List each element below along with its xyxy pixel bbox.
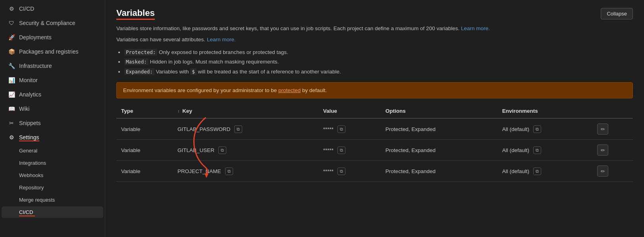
row-environments: All (default) ⧉: [497, 140, 592, 161]
row-environments: All (default) ⧉: [497, 118, 592, 140]
sidebar-item-label: Infrastructure: [19, 63, 52, 69]
sidebar-item-label: Security & Compliance: [19, 20, 75, 26]
security-icon: 🛡: [8, 19, 15, 27]
settings-icon: ⚙: [8, 134, 15, 141]
edit-row-button[interactable]: ✏: [597, 166, 608, 177]
sidebar-sub-general[interactable]: General: [2, 145, 103, 156]
packages-icon: 📦: [8, 48, 15, 55]
table-header-row: Type ↑ Key Value Options Environments: [116, 104, 633, 118]
infrastructure-icon: 🔧: [8, 62, 15, 69]
learn-more-link-2[interactable]: Learn more.: [207, 37, 236, 42]
row-options: Protected, Expanded: [381, 161, 497, 182]
sidebar-item-settings[interactable]: ⚙ Settings: [2, 131, 103, 144]
cicd-icon: ⚙: [8, 5, 15, 12]
variables-table: Type ↑ Key Value Options Environments Va…: [116, 104, 633, 182]
row-key: GITLAB_PASSWORD ⧉: [173, 118, 318, 140]
sidebar-item-wiki[interactable]: 📖 Wiki: [2, 102, 103, 116]
row-type: Variable: [116, 140, 173, 161]
sidebar-item-label: Deployments: [19, 34, 52, 40]
learn-more-link-1[interactable]: Learn more.: [461, 25, 490, 31]
row-key: PROJECT_NAME ⧉: [173, 161, 318, 182]
copy-env-button[interactable]: ⧉: [533, 125, 541, 133]
deployments-icon: 🚀: [8, 34, 15, 41]
row-options: Protected, Expanded: [381, 118, 497, 140]
row-value: ***** ⧉: [318, 118, 381, 140]
protected-link[interactable]: protected: [278, 87, 301, 93]
copy-value-button[interactable]: ⧉: [337, 125, 345, 133]
sidebar-item-label: Monitor: [19, 77, 38, 83]
sidebar-item-snippets[interactable]: ✂ Snippets: [2, 116, 103, 130]
sidebar-item-label: Settings: [19, 134, 39, 141]
col-value: Value: [318, 104, 381, 118]
sidebar-item-infrastructure[interactable]: 🔧 Infrastructure: [2, 59, 103, 73]
sidebar-item-deployments[interactable]: 🚀 Deployments: [2, 31, 103, 44]
sidebar-sub-menu: General Integrations Webhooks Repository…: [0, 145, 105, 218]
copy-key-button[interactable]: ⧉: [234, 125, 242, 133]
sidebar-item-label: Packages and registries: [19, 48, 78, 55]
bullet-expanded: Expanded: Variables with $ will be treat…: [124, 67, 633, 77]
row-key: GITLAB_USER ⧉: [173, 140, 318, 161]
sidebar-item-cicd[interactable]: ⚙ CI/CD: [2, 2, 103, 15]
sidebar-item-monitor[interactable]: 📊 Monitor: [2, 73, 103, 87]
sidebar-item-label: Analytics: [19, 91, 41, 98]
wiki-icon: 📖: [8, 105, 15, 112]
row-value: ***** ⧉: [318, 161, 381, 182]
sidebar-item-label: Snippets: [19, 120, 40, 126]
description-1: Variables store information, like passwo…: [116, 24, 633, 33]
copy-key-button[interactable]: ⧉: [225, 168, 233, 175]
bullet-list: Protected: Only exposed to protected bra…: [124, 48, 633, 77]
copy-value-button[interactable]: ⧉: [337, 146, 345, 154]
col-type: Type: [116, 104, 173, 118]
sort-arrow-icon: ↑: [177, 109, 180, 114]
copy-value-button[interactable]: ⧉: [337, 168, 345, 175]
table-row: Variable GITLAB_PASSWORD ⧉ ***** ⧉ Prote…: [116, 118, 633, 140]
bullet-protected: Protected: Only exposed to protected bra…: [124, 48, 633, 57]
row-options: Protected, Expanded: [381, 140, 497, 161]
col-key[interactable]: ↑ Key: [173, 104, 318, 118]
sidebar-item-analytics[interactable]: 📈 Analytics: [2, 88, 103, 101]
row-actions: ✏: [592, 140, 633, 161]
sidebar-item-label: CI/CD: [19, 6, 34, 12]
copy-env-button[interactable]: ⧉: [533, 146, 541, 154]
sidebar-sub-cicd[interactable]: CI/CD: [2, 206, 103, 218]
edit-row-button[interactable]: ✏: [597, 123, 608, 135]
edit-row-button[interactable]: ✏: [597, 145, 608, 156]
bullet-masked: Masked: Hidden in job logs. Must match m…: [124, 57, 633, 67]
table-row: Variable PROJECT_NAME ⧉ ***** ⧉ Protecte…: [116, 161, 633, 182]
row-actions: ✏: [592, 161, 633, 182]
table-row: Variable GITLAB_USER ⧉ ***** ⧉ Protected…: [116, 140, 633, 161]
copy-key-button[interactable]: ⧉: [218, 146, 226, 154]
collapse-button[interactable]: Collapse: [601, 8, 633, 19]
col-actions: [592, 104, 633, 118]
main-content: Variables Collapse Variables store infor…: [105, 0, 644, 237]
row-actions: ✏: [592, 118, 633, 140]
warning-banner: Environment variables are configured by …: [116, 82, 633, 98]
sidebar-item-packages[interactable]: 📦 Packages and registries: [2, 45, 103, 58]
row-type: Variable: [116, 118, 173, 140]
col-environments: Environments: [497, 104, 592, 118]
snippets-icon: ✂: [8, 119, 15, 127]
page-title: Variables: [116, 8, 155, 18]
row-value: ***** ⧉: [318, 140, 381, 161]
page-header: Variables Collapse: [116, 8, 633, 19]
sidebar-sub-integrations[interactable]: Integrations: [2, 157, 103, 169]
row-environments: All (default) ⧉: [497, 161, 592, 182]
sidebar-item-security[interactable]: 🛡 Security & Compliance: [2, 16, 103, 30]
sidebar-sub-webhooks[interactable]: Webhooks: [2, 170, 103, 181]
sidebar-sub-repository[interactable]: Repository: [2, 182, 103, 193]
sidebar-sub-merge-requests[interactable]: Merge requests: [2, 194, 103, 206]
description-2: Variables can have several attributes. L…: [116, 35, 633, 44]
copy-env-button[interactable]: ⧉: [533, 168, 541, 175]
col-options: Options: [381, 104, 497, 118]
sidebar: ⚙ CI/CD 🛡 Security & Compliance 🚀 Deploy…: [0, 0, 105, 237]
sidebar-item-label: Wiki: [19, 106, 29, 112]
row-type: Variable: [116, 161, 173, 182]
analytics-icon: 📈: [8, 91, 15, 98]
monitor-icon: 📊: [8, 77, 15, 84]
